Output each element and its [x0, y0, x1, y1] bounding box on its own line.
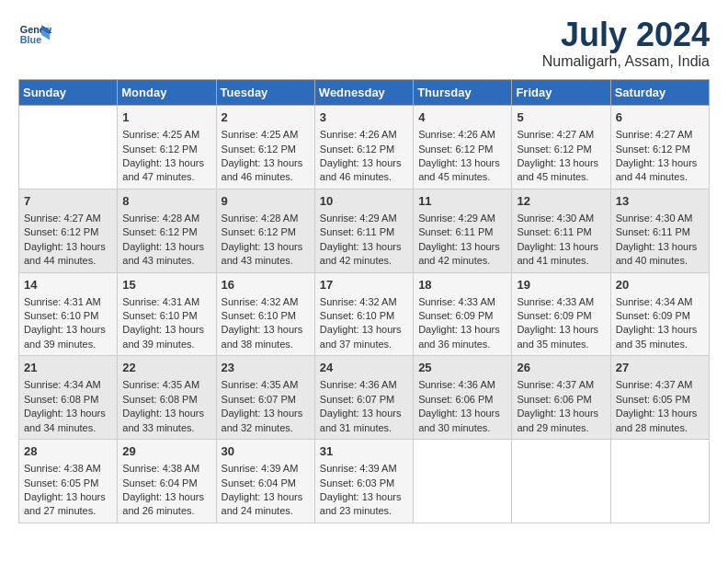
calendar-cell: 30Sunrise: 4:39 AMSunset: 6:04 PMDayligh…	[216, 440, 314, 523]
weekday-row: SundayMondayTuesdayWednesdayThursdayFrid…	[19, 80, 710, 106]
day-info: and 31 minutes.	[320, 421, 408, 435]
day-number: 13	[616, 193, 704, 210]
logo: General Blue	[18, 18, 55, 52]
calendar-cell: 8Sunrise: 4:28 AMSunset: 6:12 PMDaylight…	[118, 189, 216, 272]
day-info: Daylight: 13 hours	[24, 407, 112, 420]
day-info: Daylight: 13 hours	[222, 407, 310, 420]
day-info: Sunrise: 4:28 AM	[222, 212, 310, 225]
day-number: 10	[320, 193, 408, 210]
day-info: and 45 minutes.	[517, 170, 605, 184]
day-info: and 44 minutes.	[24, 254, 112, 268]
weekday-header: Monday	[118, 80, 216, 106]
calendar-cell: 6Sunrise: 4:27 AMSunset: 6:12 PMDaylight…	[610, 106, 709, 190]
day-info: Sunset: 6:12 PM	[418, 143, 506, 156]
calendar-week-row: 1Sunrise: 4:25 AMSunset: 6:12 PMDaylight…	[19, 106, 710, 190]
day-info: Daylight: 13 hours	[222, 240, 310, 254]
day-number: 7	[24, 193, 112, 210]
day-info: Daylight: 13 hours	[320, 323, 408, 337]
day-number: 1	[122, 109, 210, 126]
day-info: and 46 minutes.	[320, 170, 408, 184]
calendar-cell: 26Sunrise: 4:37 AMSunset: 6:06 PMDayligh…	[512, 356, 610, 440]
day-info: Sunset: 6:12 PM	[24, 225, 112, 239]
calendar-cell: 27Sunrise: 4:37 AMSunset: 6:05 PMDayligh…	[610, 356, 709, 440]
day-number: 5	[517, 109, 605, 126]
page-header: General Blue July 2024 Numaligarh, Assam…	[18, 18, 710, 70]
day-info: and 37 minutes.	[320, 338, 408, 351]
day-info: Sunrise: 4:27 AM	[517, 128, 605, 142]
day-number: 2	[222, 109, 310, 126]
day-info: and 28 minutes.	[616, 421, 704, 435]
day-info: and 34 minutes.	[24, 421, 112, 435]
calendar-cell: 3Sunrise: 4:26 AMSunset: 6:12 PMDaylight…	[314, 106, 413, 190]
calendar-cell: 15Sunrise: 4:31 AMSunset: 6:10 PMDayligh…	[118, 272, 216, 356]
day-info: Sunset: 6:08 PM	[122, 393, 210, 407]
title-block: July 2024 Numaligarh, Assam, India	[542, 18, 710, 70]
day-info: and 41 minutes.	[517, 254, 605, 268]
day-info: Sunset: 6:09 PM	[517, 309, 605, 323]
day-info: Daylight: 13 hours	[122, 156, 210, 170]
day-info: and 47 minutes.	[122, 170, 210, 184]
day-info: Daylight: 13 hours	[418, 156, 506, 170]
day-info: Sunrise: 4:25 AM	[122, 128, 210, 142]
day-info: Daylight: 13 hours	[24, 323, 112, 337]
day-info: Sunrise: 4:37 AM	[616, 378, 704, 392]
day-info: Sunset: 6:12 PM	[222, 143, 310, 156]
day-info: Sunrise: 4:30 AM	[517, 212, 605, 225]
calendar-cell: 16Sunrise: 4:32 AMSunset: 6:10 PMDayligh…	[216, 272, 314, 356]
day-info: Sunset: 6:12 PM	[320, 143, 408, 156]
day-info: Daylight: 13 hours	[222, 490, 310, 504]
day-info: Sunrise: 4:33 AM	[517, 295, 605, 309]
day-info: Sunset: 6:05 PM	[24, 477, 112, 490]
day-info: Daylight: 13 hours	[418, 240, 506, 254]
day-number: 25	[418, 360, 506, 376]
day-info: Sunset: 6:09 PM	[418, 309, 506, 323]
day-number: 23	[222, 360, 310, 376]
calendar-cell: 5Sunrise: 4:27 AMSunset: 6:12 PMDaylight…	[512, 106, 610, 190]
day-number: 14	[24, 277, 112, 293]
day-info: Sunrise: 4:35 AM	[122, 378, 210, 392]
calendar-cell: 21Sunrise: 4:34 AMSunset: 6:08 PMDayligh…	[19, 356, 118, 440]
day-info: Sunrise: 4:30 AM	[616, 212, 704, 225]
day-number: 26	[517, 360, 605, 376]
day-info: Sunset: 6:06 PM	[517, 393, 605, 407]
day-info: Sunrise: 4:36 AM	[418, 378, 506, 392]
calendar-cell: 25Sunrise: 4:36 AMSunset: 6:06 PMDayligh…	[414, 356, 512, 440]
day-info: Sunrise: 4:36 AM	[320, 378, 408, 392]
day-info: Daylight: 13 hours	[616, 407, 704, 420]
calendar-cell: 4Sunrise: 4:26 AMSunset: 6:12 PMDaylight…	[414, 106, 512, 190]
day-number: 11	[418, 193, 506, 210]
day-info: Sunrise: 4:26 AM	[320, 128, 408, 142]
day-info: Sunrise: 4:37 AM	[517, 378, 605, 392]
day-info: Sunset: 6:07 PM	[320, 393, 408, 407]
calendar-body: 1Sunrise: 4:25 AMSunset: 6:12 PMDaylight…	[19, 106, 710, 523]
day-info: Sunrise: 4:27 AM	[24, 212, 112, 225]
day-info: and 43 minutes.	[222, 254, 310, 268]
calendar-cell: 29Sunrise: 4:38 AMSunset: 6:04 PMDayligh…	[118, 440, 216, 523]
calendar-cell: 14Sunrise: 4:31 AMSunset: 6:10 PMDayligh…	[19, 272, 118, 356]
day-number: 3	[320, 109, 408, 126]
day-info: Daylight: 13 hours	[320, 240, 408, 254]
day-info: Sunset: 6:08 PM	[24, 393, 112, 407]
calendar-cell: 17Sunrise: 4:32 AMSunset: 6:10 PMDayligh…	[314, 272, 413, 356]
location: Numaligarh, Assam, India	[542, 53, 710, 70]
calendar-cell	[414, 440, 512, 523]
calendar-cell	[512, 440, 610, 523]
day-info: Sunset: 6:07 PM	[222, 393, 310, 407]
day-info: and 32 minutes.	[222, 421, 310, 435]
day-number: 22	[122, 360, 210, 376]
calendar-week-row: 14Sunrise: 4:31 AMSunset: 6:10 PMDayligh…	[19, 272, 710, 356]
calendar-cell: 9Sunrise: 4:28 AMSunset: 6:12 PMDaylight…	[216, 189, 314, 272]
day-info: Sunrise: 4:28 AM	[122, 212, 210, 225]
day-number: 20	[616, 277, 704, 293]
day-number: 4	[418, 109, 506, 126]
day-info: and 38 minutes.	[222, 338, 310, 351]
calendar-cell: 10Sunrise: 4:29 AMSunset: 6:11 PMDayligh…	[314, 189, 413, 272]
day-info: Daylight: 13 hours	[616, 240, 704, 254]
day-info: Sunrise: 4:29 AM	[418, 212, 506, 225]
day-info: Daylight: 13 hours	[320, 156, 408, 170]
day-info: Sunset: 6:03 PM	[320, 477, 408, 490]
calendar-week-row: 28Sunrise: 4:38 AMSunset: 6:05 PMDayligh…	[19, 440, 710, 523]
day-info: Sunrise: 4:39 AM	[222, 462, 310, 476]
day-info: and 43 minutes.	[122, 254, 210, 268]
month-year: July 2024	[542, 18, 710, 52]
